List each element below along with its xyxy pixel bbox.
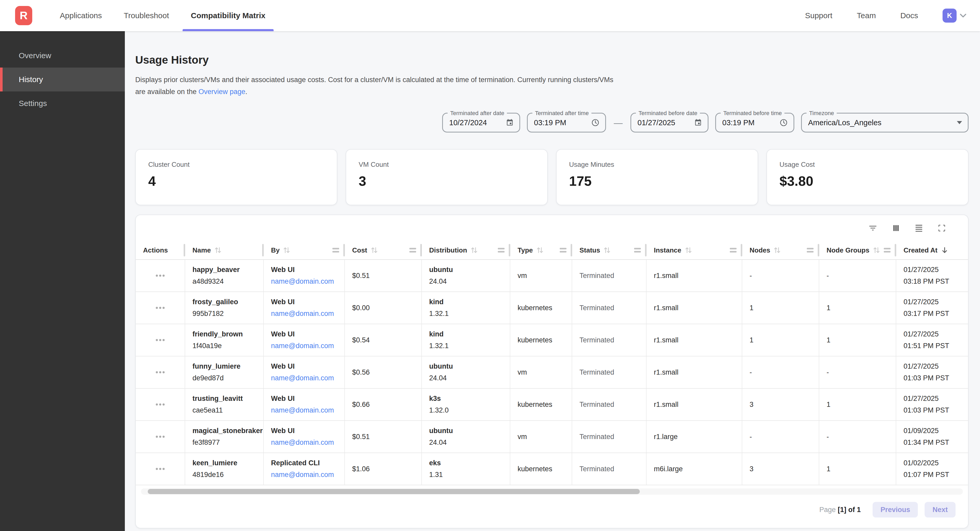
nav-link-support[interactable]: Support [805, 11, 832, 20]
stat-card-cluster-count: Cluster Count4 [135, 149, 337, 205]
column-header-type[interactable]: Type [510, 241, 572, 259]
row-nodes: 3 [749, 465, 815, 473]
filter-timezone[interactable]: TimezoneAmerica/Los_Angeles [801, 113, 969, 133]
column-menu-icon[interactable] [498, 248, 504, 252]
row-actions-button[interactable] [153, 464, 168, 474]
nav-item-applications[interactable]: Applications [49, 0, 113, 31]
sidebar-item-overview[interactable]: Overview [0, 44, 125, 68]
user-avatar[interactable]: K [943, 9, 956, 22]
row-nodes: 3 [749, 401, 815, 409]
row-by-email-link[interactable]: name@domain.com [271, 342, 340, 350]
stat-card-usage-minutes: Usage Minutes175 [556, 149, 758, 205]
cell-actions [136, 421, 185, 453]
filter-terminated-after-date[interactable]: Terminated after date10/27/2024 [442, 113, 520, 133]
filter-label: Terminated after time [532, 110, 592, 117]
filter-terminated-before-date[interactable]: Terminated before date01/27/2025 [630, 113, 708, 133]
row-by-email-link[interactable]: name@domain.com [271, 471, 340, 479]
row-name: trusting_leavitt [192, 395, 259, 403]
column-header-nodes[interactable]: Nodes [742, 241, 819, 259]
row-by: Web UI [271, 427, 340, 435]
row-by-email-link[interactable]: name@domain.com [271, 439, 340, 447]
column-menu-icon[interactable] [884, 248, 891, 252]
cell-instance: r1.small [647, 324, 742, 356]
row-actions-button[interactable] [153, 303, 168, 313]
nav-item-compatibility-matrix[interactable]: Compatibility Matrix [180, 0, 277, 31]
filter-label: Terminated after date [448, 110, 507, 117]
row-created-date: 01/27/2025 [904, 362, 964, 371]
row-name: frosty_galileo [192, 298, 259, 306]
secondary-nav: SupportTeamDocs K [805, 9, 966, 22]
column-header-actions: Actions [136, 241, 185, 259]
row-actions-button[interactable] [153, 367, 168, 377]
cell-created-at: 01/27/202503:17 PM PST [896, 292, 968, 324]
cell-created-at: 01/02/202501:07 PM PST [896, 453, 968, 485]
row-by-email-link[interactable]: name@domain.com [271, 406, 340, 414]
column-header-cost[interactable]: Cost [345, 241, 422, 259]
cell-nodes: - [742, 357, 819, 388]
column-header-name[interactable]: Name [185, 241, 264, 259]
column-header-instance[interactable]: Instance [647, 241, 742, 259]
nav-link-docs[interactable]: Docs [900, 11, 918, 20]
row-nodes: - [749, 368, 815, 376]
column-header-by[interactable]: By [264, 241, 345, 259]
chevron-down-icon[interactable] [960, 14, 966, 17]
row-actions-button[interactable] [153, 335, 168, 345]
usage-table-card: ActionsNameByCostDistributionTypeStatusI… [135, 215, 969, 528]
filter-terminated-before-time[interactable]: Terminated before time03:19 PM [715, 113, 794, 133]
row-actions-button[interactable] [153, 431, 168, 442]
columns-icon[interactable] [892, 223, 900, 233]
column-menu-icon[interactable] [634, 248, 641, 252]
row-created-date: 01/27/2025 [904, 395, 964, 403]
nav-link-team[interactable]: Team [857, 11, 876, 20]
column-menu-icon[interactable] [332, 248, 339, 252]
fullscreen-icon[interactable] [937, 223, 946, 233]
cell-type: kubernetes [510, 292, 572, 324]
column-menu-icon[interactable] [409, 248, 416, 252]
row-cost: $0.00 [352, 304, 417, 312]
overview-page-link[interactable]: Overview page [199, 88, 245, 96]
column-header-status[interactable]: Status [572, 241, 647, 259]
column-menu-icon[interactable] [807, 248, 813, 252]
row-by: Web UI [271, 395, 340, 403]
page-label: Page [819, 506, 838, 514]
stat-label: VM Count [359, 160, 535, 169]
filter-terminated-after-time[interactable]: Terminated after time03:19 PM [527, 113, 606, 133]
cell-type: kubernetes [510, 453, 572, 485]
cell-created-at: 01/27/202503:18 PM PST [896, 260, 968, 292]
row-actions-button[interactable] [153, 270, 168, 281]
row-actions-button[interactable] [153, 399, 168, 410]
cell-instance: r1.small [647, 388, 742, 420]
row-by-email-link[interactable]: name@domain.com [271, 277, 340, 285]
row-created-time: 01:07 PM PST [904, 471, 964, 479]
column-header-node-groups[interactable]: Node Groups [819, 241, 896, 259]
app-logo[interactable]: R [15, 6, 32, 25]
cell-name: funny_lumierede9ed87d [185, 357, 264, 388]
column-menu-icon[interactable] [560, 248, 566, 252]
sidebar-item-settings[interactable]: Settings [0, 92, 125, 115]
status-badge: Terminated [579, 465, 642, 473]
column-menu-icon[interactable] [730, 248, 737, 252]
row-distribution: k3s [429, 395, 506, 403]
row-by-email-link[interactable]: name@domain.com [271, 374, 340, 382]
cell-nodes: 3 [742, 388, 819, 420]
app-shell: OverviewHistorySettings Usage History Di… [0, 31, 980, 531]
nav-item-troubleshoot[interactable]: Troubleshoot [113, 0, 180, 31]
row-by-email-link[interactable]: name@domain.com [271, 310, 340, 318]
description-period: . [245, 88, 247, 96]
cell-actions [136, 324, 185, 356]
row-nodes: 1 [749, 304, 815, 312]
density-icon[interactable] [915, 223, 923, 233]
sidebar: OverviewHistorySettings [0, 31, 125, 531]
cell-cost: $0.00 [345, 292, 422, 324]
row-version: 1.32.1 [429, 310, 506, 318]
horizontal-scrollbar-thumb[interactable] [148, 489, 640, 494]
column-header-distribution[interactable]: Distribution [422, 241, 510, 259]
sort-icon [214, 247, 222, 254]
user-menu[interactable]: K [943, 9, 966, 22]
column-header-created-at[interactable]: Created At [896, 241, 968, 259]
filter-icon[interactable] [868, 223, 878, 233]
next-page-button[interactable]: Next [924, 502, 956, 517]
previous-page-button[interactable]: Previous [873, 502, 918, 517]
sidebar-item-history[interactable]: History [0, 68, 125, 92]
cell-instance: r1.small [647, 292, 742, 324]
